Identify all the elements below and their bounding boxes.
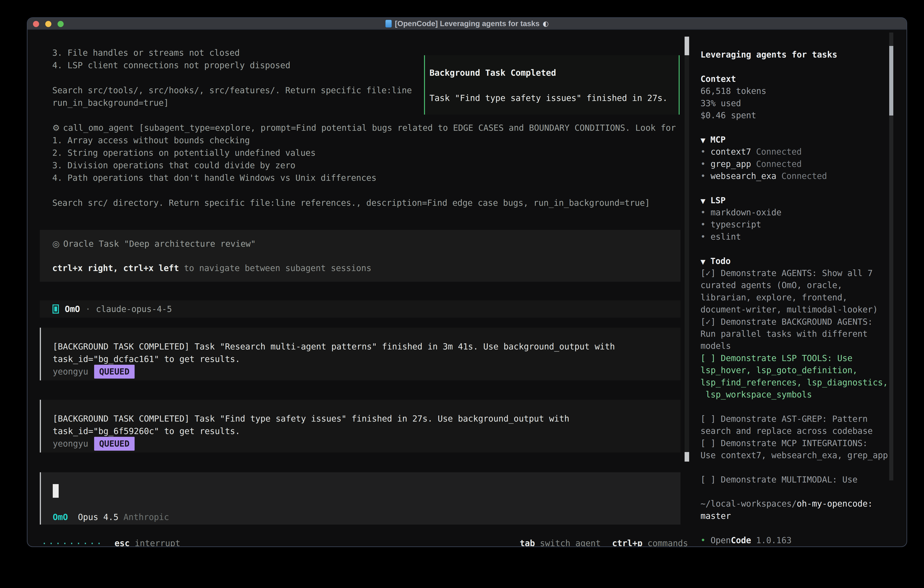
sidebar-blank-line bbox=[701, 522, 896, 534]
agent-header: OmO · claude-opus-4-5 bbox=[40, 301, 680, 318]
tool-call-item: 3. Division operations that could divide… bbox=[52, 159, 676, 172]
active-model-name: Opus 4.5 bbox=[78, 512, 119, 522]
tool-call-item: 1. Array access without bounds checking bbox=[52, 134, 676, 147]
lsp-heading: LSP bbox=[711, 195, 726, 205]
agent-square-icon bbox=[53, 304, 59, 314]
minimize-button[interactable] bbox=[45, 21, 51, 27]
oracle-hint: ctrl+x right, ctrl+x left to navigate be… bbox=[52, 262, 680, 274]
lsp-item-name: eslint bbox=[711, 232, 741, 242]
esc-key-action: interrupt bbox=[135, 538, 180, 547]
todo-line-active: [ ] Demonstrate LSP TOOLS: Use bbox=[701, 352, 896, 364]
tab-key-hint: tab bbox=[520, 538, 535, 547]
window-title-group: [OpenCode] Leveraging agents for tasks ◐ bbox=[385, 19, 549, 28]
chat-scrollbar[interactable] bbox=[685, 36, 689, 462]
todo-line-pending: Use context7, websearch_exa, grep_app bbox=[701, 449, 896, 461]
shortcut-ctrl-x-right: ctrl+x right, bbox=[52, 263, 118, 273]
mcp-item: •context7Connected bbox=[701, 146, 896, 158]
message-line: task_id="bg_dcfac161" to get results. bbox=[53, 353, 680, 365]
tool-call-item: 2. String operations on potentially unde… bbox=[52, 147, 676, 159]
titlebar: [OpenCode] Leveraging agents for tasks ◐ bbox=[28, 18, 906, 30]
sidebar-blank-line bbox=[701, 401, 896, 413]
window-title: [OpenCode] Leveraging agents for tasks bbox=[395, 19, 540, 28]
model-provider: Anthropic bbox=[124, 512, 169, 522]
sidebar-scrollbar-thumb[interactable] bbox=[889, 46, 893, 116]
sidebar-blank-line bbox=[701, 461, 896, 473]
active-agent-name: OmO bbox=[53, 512, 68, 522]
spinner-dots-icon: ········· bbox=[41, 538, 103, 547]
todo-section-header[interactable]: ▼Todo bbox=[701, 255, 896, 267]
mcp-item-name: websearch_exa bbox=[711, 171, 776, 181]
tool-call-footer: Search src/ directory. Return specific f… bbox=[52, 197, 676, 209]
todo-line-done: [✓] Demonstrate AGENTS: Show all 7 bbox=[701, 267, 896, 279]
todo-line-active: lsp_hover, lsp_goto_definition, bbox=[701, 364, 896, 376]
message-author: yeongyu bbox=[53, 438, 88, 450]
app-name-prefix: Open bbox=[711, 535, 731, 545]
chevron-down-icon: ▼ bbox=[701, 197, 706, 205]
oracle-task-block: ◎Oracle Task "Deep architecture review" … bbox=[40, 230, 680, 282]
todo-line-done: curated agents (OmO, oracle, bbox=[701, 279, 896, 291]
agent-name: OmO bbox=[65, 304, 80, 314]
todo-line-pending: [ ] Demonstrate AST-GREP: Pattern bbox=[701, 413, 896, 425]
todo-line-active: lsp_workspace_symbols bbox=[701, 388, 896, 401]
document-icon bbox=[385, 20, 392, 28]
sidebar-scrollbar[interactable] bbox=[889, 33, 893, 481]
context-tokens: 66,518 tokens bbox=[701, 85, 896, 97]
mcp-item-name: context7 bbox=[711, 147, 751, 157]
sidebar-blank-line bbox=[701, 121, 896, 134]
todo-line-pending: [ ] Demonstrate MCP INTEGRATIONS: bbox=[701, 437, 896, 449]
workspace-branch: master bbox=[701, 510, 896, 522]
mcp-item-status: Connected bbox=[781, 171, 827, 181]
tool-call-text: call_omo_agent [subagent_type=explore, p… bbox=[63, 123, 676, 133]
chat-scrollbar-thumb-bottom[interactable] bbox=[685, 452, 689, 462]
bullet-icon: • bbox=[701, 232, 706, 242]
todo-line-pending: search and replace across codebase bbox=[701, 425, 896, 437]
bullet-icon: • bbox=[701, 208, 706, 217]
bullet-icon: • bbox=[701, 171, 706, 181]
window-controls bbox=[33, 21, 64, 27]
tab-key-action: switch agent bbox=[540, 538, 601, 547]
close-button[interactable] bbox=[33, 21, 39, 27]
todo-heading: Todo bbox=[711, 256, 731, 266]
oracle-hint-text: to navigate between subagent sessions bbox=[184, 263, 371, 273]
tool-call-item: 4. Path operations that don't handle Win… bbox=[52, 172, 676, 184]
app-name-bold: Code bbox=[731, 535, 751, 545]
message-meta: yeongyu QUEUED bbox=[53, 365, 680, 378]
lsp-item: •eslint bbox=[701, 231, 896, 243]
session-sidebar: Leveraging agents for tasks Context 66,5… bbox=[701, 49, 896, 547]
separator-dot: · bbox=[86, 304, 91, 314]
shortcut-ctrl-x-left: ctrl+x left bbox=[123, 263, 179, 273]
prompt-input[interactable]: OmO Opus 4.5 Anthropic bbox=[40, 472, 680, 525]
terminal-window: [OpenCode] Leveraging agents for tasks ◐… bbox=[27, 17, 907, 547]
chevron-down-icon: ▼ bbox=[701, 258, 706, 266]
session-title: Leveraging agents for tasks bbox=[701, 49, 896, 61]
status-right: tab switch agent ctrl+p commands bbox=[520, 538, 688, 547]
bullet-icon: • bbox=[701, 147, 706, 157]
mcp-heading: MCP bbox=[711, 135, 726, 145]
oracle-icon: ◎ bbox=[52, 239, 59, 249]
todo-line-done: document-writer, multimodal-looker) bbox=[701, 304, 896, 315]
toast-title: Background Task Completed bbox=[429, 67, 679, 79]
todo-line-done: [✓] Demonstrate BACKGROUND AGENTS: bbox=[701, 316, 896, 328]
ctrl-p-key-hint: ctrl+p bbox=[612, 538, 642, 547]
todo-line-active: lsp_find_references, lsp_diagnostics, bbox=[701, 377, 896, 388]
app-version: 1.0.163 bbox=[756, 535, 792, 545]
zoom-button[interactable] bbox=[58, 21, 64, 27]
sidebar-blank-line bbox=[701, 243, 896, 255]
model-info-row: OmO Opus 4.5 Anthropic bbox=[53, 512, 169, 522]
background-task-toast: Background Task Completed Task "Find typ… bbox=[424, 55, 680, 115]
todo-line-done: models bbox=[701, 340, 896, 352]
mcp-item: •grep_appConnected bbox=[701, 158, 896, 170]
status-dot-icon: • bbox=[701, 535, 706, 545]
lsp-section-header[interactable]: ▼LSP bbox=[701, 195, 896, 206]
bullet-icon: • bbox=[701, 159, 706, 169]
lsp-item: •typescript bbox=[701, 218, 896, 231]
mcp-section-header[interactable]: ▼MCP bbox=[701, 134, 896, 146]
workspace-path-prefix: ~/local-workspaces/ bbox=[701, 499, 797, 509]
context-spent: $0.46 spent bbox=[701, 109, 896, 121]
chat-scrollbar-thumb-top[interactable] bbox=[685, 36, 689, 55]
status-left: ········· esc interrupt bbox=[41, 538, 180, 547]
message-block: [BACKGROUND TASK COMPLETED] Task "Find t… bbox=[40, 400, 680, 453]
lsp-item-name: markdown-oxide bbox=[711, 208, 781, 217]
esc-key-hint: esc bbox=[115, 538, 130, 547]
ctrl-p-key-action: commands bbox=[647, 538, 688, 547]
